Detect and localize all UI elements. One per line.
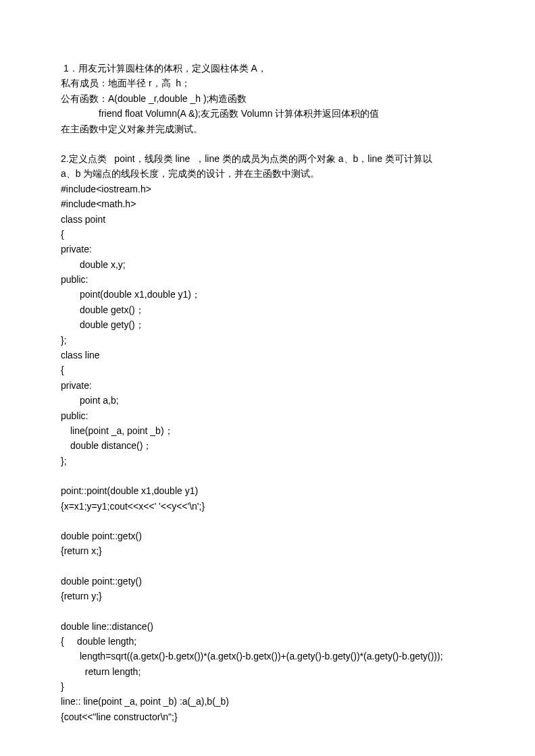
code-line: 私有成员：地面半径 r，高 h； — [61, 76, 474, 90]
blank-line — [61, 136, 474, 151]
code-line: class point — [61, 212, 474, 227]
code-line: double x,y; — [61, 257, 474, 272]
blank-line — [61, 514, 474, 529]
blank-line — [61, 468, 474, 483]
code-line: double line::distance() — [61, 619, 474, 634]
code-line: point(double x1,double y1)； — [61, 287, 474, 302]
document-content: 1．用友元计算圆柱体的体积，定义圆柱体类 A，私有成员：地面半径 r，高 h；公… — [61, 61, 474, 724]
code-line: return length; — [61, 664, 474, 679]
blank-line — [61, 604, 474, 619]
code-line: class line — [61, 348, 474, 362]
code-line: private: — [61, 242, 474, 256]
code-line: line:: line(point _a, point _b) :a(_a),b… — [61, 694, 474, 709]
code-line: }; — [61, 333, 474, 348]
code-line: double distance()； — [61, 438, 474, 453]
code-line: {x=x1;y=y1;cout<<x<<' '<<y<<'\n';} — [61, 499, 474, 514]
code-line: double gety()； — [61, 317, 474, 332]
code-line: {return x;} — [61, 543, 474, 558]
code-line: 公有函数：A(double _r,double _h );构造函数 — [61, 91, 474, 106]
code-line: point::point(double x1,double y1) — [61, 483, 474, 498]
code-line: point a,b; — [61, 393, 474, 408]
code-line: #include<math.h> — [61, 196, 474, 211]
code-line: a、b 为端点的线段长度，完成类的设计，并在主函数中测试。 — [61, 166, 474, 181]
code-line: { — [61, 227, 474, 242]
code-line: double point::getx() — [61, 529, 474, 543]
code-line: { — [61, 362, 474, 377]
code-line: length=sqrt((a.getx()-b.getx())*(a.getx(… — [61, 649, 474, 664]
code-line: double point::gety() — [61, 574, 474, 589]
code-line: public: — [61, 408, 474, 423]
code-line: private: — [61, 378, 474, 393]
code-line: friend float Volumn(A &);友元函数 Volumn 计算体… — [61, 106, 474, 121]
code-line: line(point _a, point _b)； — [61, 423, 474, 438]
code-line: #include<iostream.h> — [61, 182, 474, 196]
code-line: {cout<<"line constructor\n";} — [61, 709, 474, 724]
code-line: }; — [61, 454, 474, 468]
code-line: {return y;} — [61, 589, 474, 603]
code-line: { double length; — [61, 634, 474, 649]
code-line: 在主函数中定义对象并完成测试。 — [61, 122, 474, 136]
code-line: 1．用友元计算圆柱体的体积，定义圆柱体类 A， — [61, 61, 474, 76]
blank-line — [61, 559, 474, 574]
code-line: } — [61, 679, 474, 694]
code-line: public: — [61, 272, 474, 287]
code-line: 2.定义点类 point，线段类 line ，line 类的成员为点类的两个对象… — [61, 151, 474, 166]
code-line: double getx()； — [61, 302, 474, 317]
